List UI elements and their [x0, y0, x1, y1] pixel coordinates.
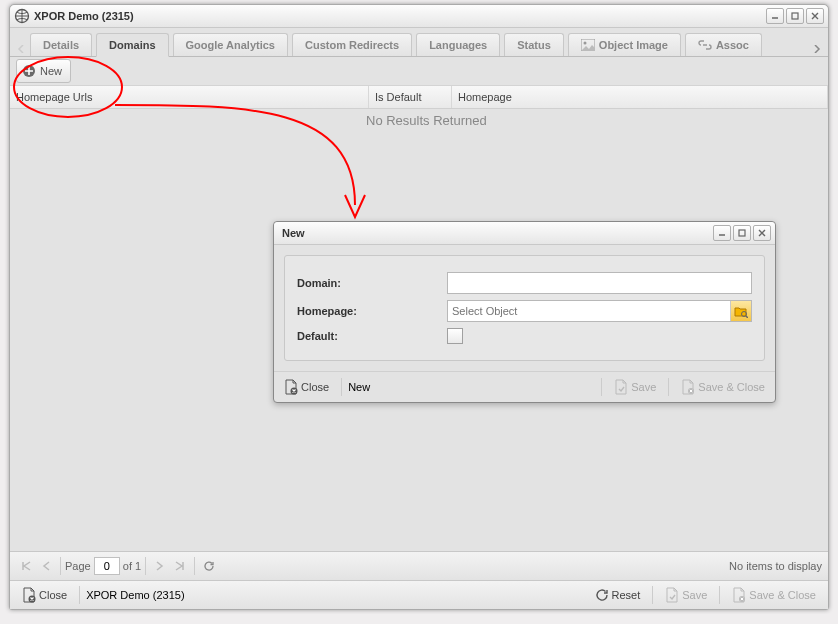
pager-page-label: Page [65, 560, 91, 572]
homepage-label: Homepage: [297, 305, 447, 317]
default-checkbox[interactable] [447, 328, 463, 344]
tab-scroll-right[interactable] [810, 42, 824, 56]
svg-rect-2 [792, 13, 798, 19]
dialog-save-close-button[interactable]: Save & Close [675, 376, 771, 398]
tab-details[interactable]: Details [30, 33, 92, 56]
footer-breadcrumb: XPOR Demo (2315) [86, 589, 184, 601]
footer-close-button[interactable]: Close [16, 584, 73, 606]
window-title: XPOR Demo (2315) [34, 10, 764, 22]
tab-status[interactable]: Status [504, 33, 564, 56]
pager-last[interactable] [172, 558, 188, 574]
refresh-icon [595, 588, 609, 602]
tab-languages[interactable]: Languages [416, 33, 500, 56]
no-results-text: No Results Returned [366, 113, 487, 128]
pager-of-label: of 1 [123, 560, 141, 572]
main-titlebar: XPOR Demo (2315) [10, 5, 828, 28]
grid-header: Homepage Urls Is Default Homepage [10, 86, 828, 109]
pager-page-input[interactable] [94, 557, 120, 575]
image-icon [581, 39, 595, 51]
link-icon [698, 40, 712, 50]
tab-google-analytics[interactable]: Google Analytics [173, 33, 288, 56]
dialog-save-button[interactable]: Save [608, 376, 662, 398]
footer-bar: Close XPOR Demo (2315) Reset Save Save &… [10, 580, 828, 609]
globe-icon [14, 8, 30, 24]
domain-label: Domain: [297, 277, 447, 289]
document-close-icon [22, 587, 36, 603]
maximize-button[interactable] [786, 8, 804, 24]
svg-line-12 [746, 316, 748, 318]
column-is-default[interactable]: Is Default [369, 86, 452, 108]
pager-status: No items to display [729, 560, 822, 572]
pager-refresh[interactable] [201, 558, 217, 574]
pager-next[interactable] [152, 558, 168, 574]
svg-point-4 [583, 42, 586, 45]
dialog-title: New [278, 227, 711, 239]
pager-first[interactable] [18, 558, 34, 574]
tab-bar: Details Domains Google Analytics Custom … [10, 28, 828, 57]
document-save-icon [614, 379, 628, 395]
tab-associations[interactable]: Assoc [685, 33, 762, 56]
dialog-titlebar: New [274, 222, 775, 245]
dialog-mode-label: New [348, 381, 370, 393]
document-save-close-icon [681, 379, 695, 395]
column-homepage-urls[interactable]: Homepage Urls [10, 86, 369, 108]
footer-save-close-button[interactable]: Save & Close [726, 584, 822, 606]
folder-search-icon [734, 304, 748, 318]
new-dialog: New Domain: Homepage: [273, 221, 776, 403]
minimize-button[interactable] [766, 8, 784, 24]
column-homepage[interactable]: Homepage [452, 86, 828, 108]
plus-circle-icon [21, 63, 37, 79]
pager: Page of 1 No items to display [10, 551, 828, 580]
tab-domains[interactable]: Domains [96, 33, 168, 57]
dialog-maximize-button[interactable] [733, 225, 751, 241]
homepage-picker-button[interactable] [730, 301, 751, 321]
dialog-footer: Close New Save Save & Close [274, 371, 775, 402]
new-button[interactable]: New [16, 59, 71, 83]
dialog-form: Domain: Homepage: Default: [284, 255, 765, 361]
homepage-input[interactable] [448, 301, 730, 321]
dialog-close-button[interactable] [753, 225, 771, 241]
document-save-icon [665, 587, 679, 603]
document-close-icon [284, 379, 298, 395]
default-label: Default: [297, 330, 447, 342]
domain-input[interactable] [447, 272, 752, 294]
close-button[interactable] [806, 8, 824, 24]
footer-reset-button[interactable]: Reset [589, 584, 647, 606]
dialog-minimize-button[interactable] [713, 225, 731, 241]
tab-scroll-left[interactable] [14, 42, 28, 56]
toolbar: New [10, 57, 828, 86]
svg-rect-10 [739, 230, 745, 236]
footer-save-button[interactable]: Save [659, 584, 713, 606]
document-save-close-icon [732, 587, 746, 603]
pager-prev[interactable] [38, 558, 54, 574]
main-window: XPOR Demo (2315) Details Domains Google … [9, 4, 829, 610]
tab-custom-redirects[interactable]: Custom Redirects [292, 33, 412, 56]
tab-object-image[interactable]: Object Image [568, 33, 681, 56]
dialog-footer-close-button[interactable]: Close [278, 376, 335, 398]
